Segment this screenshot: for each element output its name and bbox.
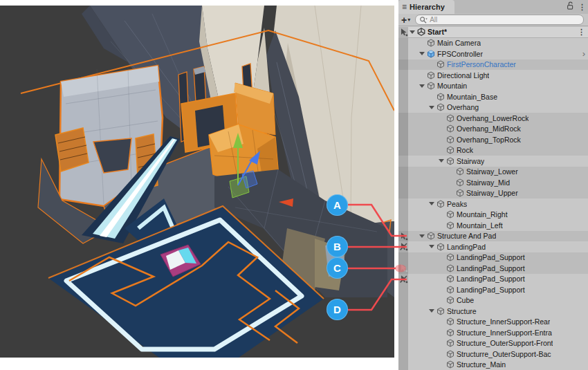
expand-arrow[interactable] [408,30,416,34]
pickability-gutter-cell[interactable] [398,231,408,242]
hierarchy-row-structure-main[interactable]: Structure_Main [398,360,588,370]
hierarchy-row-stairway-lower[interactable]: Stairway_Lower [398,167,588,178]
gameobject-cube-icon [445,124,455,133]
expand-arrow[interactable] [428,202,436,205]
row-label: Cube [457,296,474,304]
row-label: Directional Light [437,71,489,80]
hierarchy-row-landingpad-support[interactable]: LandingPad_Support [398,284,588,295]
indent-spacer [408,225,437,225]
indent-spacer [408,96,428,97]
hierarchy-row-start-[interactable]: Start*⋮ [398,27,588,38]
expand-arrow[interactable] [428,245,436,248]
hierarchy-row-structure-innersupport-entra[interactable]: Structure_InnerSupport-Entra [398,327,588,338]
hierarchy-row-stairway-upper[interactable]: Stairway_Upper [398,188,588,199]
indent-spacer [408,53,418,54]
hierarchy-row-mountain-right[interactable]: Mountain_Right [398,210,588,221]
hierarchy-row-structure-outersupport-front[interactable]: Structure_OuterSupport-Front [398,338,588,349]
prefab-open-chevron-icon[interactable]: › [582,49,588,58]
gameobject-cube-icon [426,71,436,80]
hierarchy-row-mountain[interactable]: Mountain [398,81,588,92]
hierarchy-row-stairway[interactable]: Stairway [398,156,588,167]
hierarchy-row-structurre-outersupport-bac[interactable]: Structurre_OuterSupport-Bac [398,349,588,360]
hierarchy-row-overhang-lowerrock[interactable]: Overhang_LowerRock [398,113,588,124]
row-label: Mountain_Base [447,93,497,101]
expand-arrow[interactable] [418,84,426,88]
row-label: Overhang_MidRock [457,124,521,133]
hierarchy-row-structure[interactable]: Structure [398,306,588,317]
indent-spacer [408,246,428,247]
hierarchy-row-peaks[interactable]: Peaks [398,198,588,210]
hierarchy-row-mountain-base[interactable]: Mountain_Base [398,91,588,102]
indent-spacer [408,160,437,161]
not-pickable-icon[interactable] [399,275,408,284]
not-pickable-icon[interactable] [399,242,408,251]
pickability-gutter-cell [398,134,408,145]
row-label: FirstPersonCharacter [447,60,516,68]
expand-arrow[interactable] [418,52,426,55]
gameobject-cube-icon [426,82,436,90]
pickability-gutter-cell [398,306,408,317]
pickability-gutter-cell [398,284,408,295]
pickable-icon[interactable] [399,28,408,37]
hierarchy-row-overhang-toprock[interactable]: Overhang_TopRock [398,134,588,145]
indent-spacer [408,193,447,194]
hierarchy-row-main-camera[interactable]: Main Camera [398,38,588,49]
create-menu-button[interactable]: + ▾ [401,15,410,25]
pickability-gutter-cell[interactable] [398,263,408,274]
row-label: Mountain_Left [457,221,503,230]
gameobject-cube-icon [426,232,436,240]
hierarchy-row-directional-light[interactable]: Directional Light [398,70,588,81]
hierarchy-row-stairway-mid[interactable]: Stairway_Mid [398,177,588,188]
hierarchy-row-firstpersoncharacter[interactable]: FirstPersonCharacter [398,59,588,71]
expand-arrow[interactable] [428,106,436,109]
hierarchy-row-overhang-midrock[interactable]: Overhang_MidRock [398,124,588,135]
indent-spacer [408,353,437,354]
hierarchy-row-landingpad-support[interactable]: LandingPad_Support [398,252,588,263]
hierarchy-row-structure-innersupport-rear[interactable]: Structure_InnerSupport-Rear [398,317,588,328]
pickable-icon[interactable] [399,232,408,241]
hierarchy-row-landingpad-support[interactable]: LandingPad_Support [398,263,588,274]
indent-spacer [408,289,437,290]
hierarchy-row-rock[interactable]: Rock [398,145,588,156]
row-kebab-menu-icon[interactable]: ⋮ [578,28,588,36]
hierarchy-row-cube[interactable]: Cube [398,295,588,306]
indent-spacer [408,139,437,140]
pickability-gutter-cell [398,327,408,338]
expand-arrow[interactable] [437,159,445,163]
pickable-ghost-icon[interactable] [399,263,408,272]
hierarchy-row-overhang[interactable]: Overhang [398,102,588,113]
gameobject-cube-icon [445,360,455,369]
pickability-gutter-cell [398,338,408,349]
gameobject-cube-icon [445,275,455,283]
pickability-gutter-cell [398,81,408,92]
gameobject-cube-icon [436,93,445,101]
indent-spacer [408,118,437,118]
indent-spacer [408,322,437,322]
expand-arrow[interactable] [428,309,436,313]
gameobject-cube-icon [426,39,436,47]
panel-kebab-menu-icon[interactable]: ⋮ [578,3,586,11]
indent-spacer [408,43,418,44]
indent-spacer [408,107,428,108]
gameobject-cube-icon [445,146,455,154]
gameobject-cube-icon [445,210,455,219]
gameobject-cube-icon [445,136,455,144]
hierarchy-row-mountain-left[interactable]: Mountain_Left [398,220,588,231]
gameobject-cube-icon [455,167,465,176]
expand-arrow[interactable] [418,234,426,238]
pickability-gutter-cell[interactable] [398,27,408,37]
row-label: LandingPad_Support [457,286,525,294]
hierarchy-row-landingpad[interactable]: LandingPad [398,241,588,252]
lock-icon[interactable] [567,1,574,13]
pickability-gutter-cell[interactable] [398,274,408,285]
row-label: Mountain [437,82,467,90]
pickability-gutter-cell [398,177,408,188]
hierarchy-row-structure-and-pad[interactable]: Structure And Pad [398,231,588,242]
search-input[interactable]: All [415,15,584,25]
hierarchy-row-fpscontroller[interactable]: FPSController› [398,48,588,59]
hierarchy-panel: ≡ Hierarchy ⋮ + ▾ [398,0,588,370]
tab-hierarchy[interactable]: ≡ Hierarchy [398,0,454,14]
pickability-gutter-cell[interactable] [398,241,408,252]
hierarchy-row-landingpad-support[interactable]: LandingPad_Support [398,274,588,285]
pickability-gutter-cell [398,349,408,360]
